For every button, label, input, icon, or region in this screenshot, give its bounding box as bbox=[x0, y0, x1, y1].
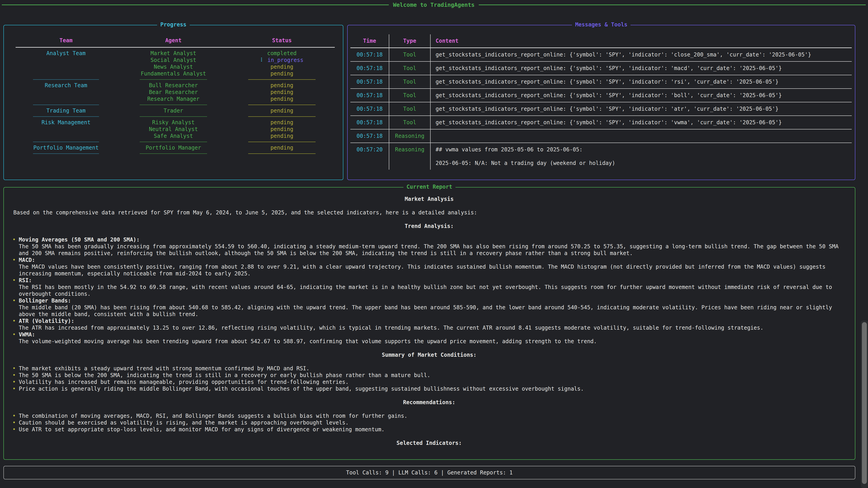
report-body: Market Analysis Based on the comprehensi… bbox=[4, 188, 855, 447]
tradingagents-terminal: { "app": { "welcome_title": "Welcome to … bbox=[0, 0, 868, 488]
report-bullet-item: •Moving Averages (50 SMA and 200 SMA):Th… bbox=[10, 236, 848, 257]
progress-row: Analyst TeamMarket Analystcompleted bbox=[4, 50, 343, 57]
column-header-status: Status bbox=[228, 37, 336, 44]
message-content: get_stockstats_indicators_report_online:… bbox=[431, 62, 852, 75]
report-section-heading: Recommendations: bbox=[10, 399, 848, 406]
message-content: ## vwma values from 2025-05-06 to 2025-0… bbox=[431, 143, 852, 170]
message-type: Tool bbox=[389, 102, 431, 116]
group-separator bbox=[4, 77, 343, 82]
progress-row: Fundamentals Analystpending bbox=[4, 70, 343, 77]
agent-name: Bull Researcher bbox=[119, 82, 228, 89]
bullet-title: MACD: bbox=[19, 257, 35, 263]
message-row: 00:57:18Toolget_stockstats_indicators_re… bbox=[350, 48, 852, 61]
message-content: get_stockstats_indicators_report_online:… bbox=[431, 75, 852, 88]
status-badge: pending bbox=[228, 89, 336, 96]
report-section-heading: Trend Analysis: bbox=[10, 223, 848, 230]
message-time: 00:57:18 bbox=[350, 116, 389, 129]
welcome-title: Welcome to TradingAgents bbox=[389, 2, 478, 8]
group-separator bbox=[4, 114, 343, 119]
bullet-title: VWMA: bbox=[19, 331, 35, 338]
team-name: Analyst Team bbox=[13, 50, 119, 57]
team-name: Risk Management bbox=[13, 119, 119, 126]
team-name bbox=[13, 64, 119, 70]
report-bullet-item: •Price action is generally riding the mi… bbox=[10, 385, 848, 392]
scrollbar-thumb[interactable] bbox=[862, 322, 867, 484]
message-type: Tool bbox=[389, 75, 431, 88]
message-content: get_stockstats_indicators_report_online:… bbox=[431, 48, 852, 61]
message-content: get_stockstats_indicators_report_online:… bbox=[431, 116, 852, 129]
message-type: Tool bbox=[389, 62, 431, 75]
status-badge: pending bbox=[228, 64, 336, 70]
message-row: 00:57:18Reasoning bbox=[350, 129, 852, 142]
message-row: 00:57:20Reasoning## vwma values from 202… bbox=[350, 142, 852, 170]
team-name bbox=[13, 133, 119, 139]
rule-line-left bbox=[2, 4, 389, 5]
progress-panel: Progress Team Agent Status Analyst TeamM… bbox=[3, 25, 343, 180]
message-type: Reasoning bbox=[389, 143, 431, 170]
progress-panel-title: Progress bbox=[157, 22, 190, 28]
group-separator bbox=[4, 139, 343, 144]
message-type: Tool bbox=[389, 48, 431, 61]
column-header-type: Type bbox=[389, 34, 431, 47]
team-name: Trading Team bbox=[13, 107, 119, 114]
team-name bbox=[13, 89, 119, 96]
agent-name: News Analyst bbox=[119, 64, 228, 70]
message-row: 00:57:18Toolget_stockstats_indicators_re… bbox=[350, 116, 852, 129]
messages-tools-panel: Messages & Tools Time Type Content 00:57… bbox=[347, 25, 855, 180]
status-badge: completed bbox=[228, 50, 336, 57]
bullet-icon: • bbox=[12, 365, 16, 372]
bullet-title: RSI: bbox=[19, 277, 32, 284]
report-heading: Market Analysis bbox=[10, 196, 848, 202]
rule-line-right bbox=[479, 4, 866, 5]
bullet-icon: • bbox=[12, 385, 16, 392]
message-type: Tool bbox=[389, 89, 431, 102]
report-bullet-item: •Volatility has increased but remains ma… bbox=[10, 379, 848, 385]
messages-table-header: Time Type Content bbox=[350, 34, 852, 48]
status-badge: ⠇in_progress bbox=[228, 57, 336, 64]
group-separator bbox=[4, 151, 343, 156]
message-content: get_stockstats_indicators_report_online:… bbox=[431, 89, 852, 102]
spinner-icon: ⠇ bbox=[260, 57, 265, 63]
message-time: 00:57:18 bbox=[350, 75, 389, 88]
column-header-content: Content bbox=[431, 34, 852, 47]
status-badge: pending bbox=[228, 119, 336, 126]
status-badge: pending bbox=[228, 70, 336, 77]
progress-row: Social Analyst⠇in_progress bbox=[4, 57, 343, 64]
agent-name: Market Analyst bbox=[119, 50, 228, 57]
report-bullet-item: •The 50 SMA is below the 200 SMA, indica… bbox=[10, 372, 848, 379]
stats-bar: Tool Calls: 9 | LLM Calls: 6 | Generated… bbox=[3, 466, 855, 480]
message-time: 00:57:18 bbox=[350, 129, 389, 142]
report-bullet-item: •VWMA:The volume-weighted moving average… bbox=[10, 331, 848, 345]
stats-text: Tool Calls: 9 | LLM Calls: 6 | Generated… bbox=[346, 469, 513, 476]
message-time: 00:57:18 bbox=[350, 89, 389, 102]
column-header-time: Time bbox=[350, 34, 389, 47]
progress-table-body: Analyst TeamMarket AnalystcompletedSocia… bbox=[4, 50, 343, 156]
team-name bbox=[13, 126, 119, 133]
progress-row: Trading TeamTraderpending bbox=[4, 107, 343, 114]
report-bullet-list: •Moving Averages (50 SMA and 200 SMA):Th… bbox=[10, 236, 848, 345]
bullet-icon: • bbox=[12, 419, 16, 426]
bullet-icon: • bbox=[12, 277, 16, 284]
progress-row: News Analystpending bbox=[4, 64, 343, 70]
progress-row: Risk ManagementRisky Analystpending bbox=[4, 119, 343, 126]
agent-name: Trader bbox=[119, 107, 228, 114]
progress-row: Research TeamBull Researcherpending bbox=[4, 82, 343, 89]
message-time: 00:57:20 bbox=[350, 143, 389, 170]
team-name: Research Team bbox=[13, 82, 119, 89]
welcome-header: Welcome to TradingAgents bbox=[2, 1, 866, 8]
report-section-heading: Summary of Market Conditions: bbox=[10, 352, 848, 358]
status-badge: pending bbox=[228, 107, 336, 114]
bullet-icon: • bbox=[12, 297, 16, 304]
team-name bbox=[13, 57, 119, 64]
report-bullet-item: •The market exhibits a steady upward tre… bbox=[10, 365, 848, 372]
progress-table-header: Team Agent Status bbox=[4, 25, 343, 44]
report-bullet-item: •Use ATR to set appropriate stop-loss le… bbox=[10, 426, 848, 433]
message-content bbox=[431, 129, 852, 142]
report-section-heading: Selected Indicators: bbox=[10, 440, 848, 447]
message-row: 00:57:18Toolget_stockstats_indicators_re… bbox=[350, 75, 852, 88]
team-name bbox=[13, 70, 119, 77]
report-bullet-item: •RSI:The RSI has been mostly in the 54.9… bbox=[10, 277, 848, 297]
report-intro: Based on the comprehensive data retrieve… bbox=[10, 209, 848, 216]
header-underline bbox=[16, 47, 335, 48]
column-header-team: Team bbox=[13, 37, 119, 44]
